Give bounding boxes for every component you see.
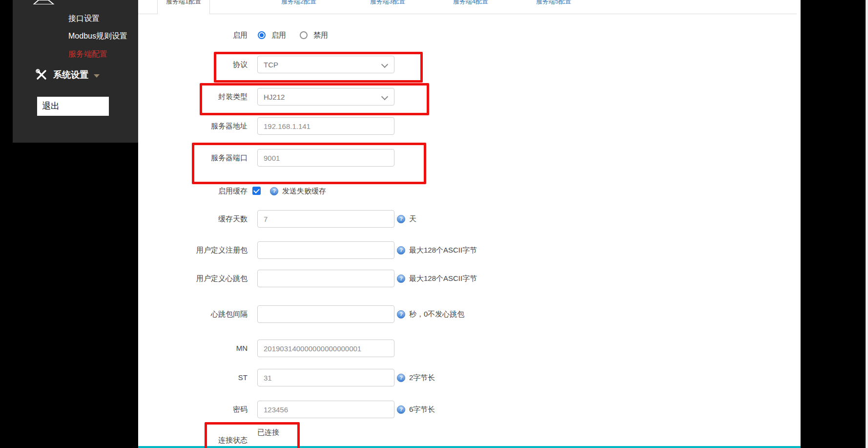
enable-cache-row: 启用缓存 ? 发送失败缓存 [138, 182, 792, 200]
sidebar-item-modbus-rules[interactable]: Modbus规则设置 [68, 31, 127, 42]
enable-radio-off[interactable] [300, 31, 308, 39]
field-label: 服务器端口 [138, 149, 248, 167]
radio-option-label: 禁用 [313, 31, 328, 40]
hint-text: 发送失败缓存 [282, 187, 326, 196]
help-icon[interactable]: ? [397, 405, 405, 414]
tab-server2[interactable]: 服务端2配置 [277, 0, 321, 6]
tab-label: 服务端1配置 [158, 0, 209, 6]
field-label: 密码 [138, 401, 248, 418]
tab-server5[interactable]: 服务端5配置 [532, 0, 576, 6]
st-input[interactable] [257, 369, 394, 386]
hint-text: 秒，0不发心跳包 [409, 310, 464, 319]
tools-icon [35, 68, 48, 81]
page: 接口设置 Modbus规则设置 服务端配置 系统设置 退出 服务端1配置 服务端… [0, 0, 868, 448]
sidebar-section-system-settings[interactable]: 系统设置 [35, 68, 100, 81]
server-address-row: 服务器地址 [138, 117, 792, 135]
encapsulation-row: 封装类型 HJ212 [138, 88, 792, 106]
mn-row: MN [138, 340, 792, 357]
mn-input[interactable] [257, 340, 394, 357]
password-row: 密码 ? 6字节长 [138, 401, 792, 418]
help-icon[interactable]: ? [397, 275, 405, 283]
field-hint: ? 最大128个ASCII字节 [397, 241, 477, 259]
radio-option-label: 启用 [271, 31, 286, 40]
sidebar-item-server-config[interactable]: 服务端配置 [68, 49, 107, 60]
field-label: 协议 [138, 56, 248, 73]
tab-server4[interactable]: 服务端4配置 [449, 0, 493, 6]
enable-row: 启用 启用 禁用 [138, 26, 792, 44]
st-row: ST ? 2字节长 [138, 369, 792, 386]
tab-server3[interactable]: 服务端3配置 [366, 0, 410, 6]
tab-server1[interactable]: 服务端1配置 [157, 0, 210, 14]
field-label: 缓存天数 [138, 210, 248, 228]
connection-status-row: 连接状态 已连接 [138, 424, 792, 446]
heartbeat-interval-row: 心跳包间隔 ? 秒，0不发心跳包 [138, 305, 792, 323]
help-icon[interactable]: ? [397, 246, 405, 255]
hint-text: 最大128个ASCII字节 [409, 274, 477, 283]
hint-text: 天 [409, 214, 416, 224]
field-label: 连接状态 [138, 436, 248, 445]
server-port-row: 服务器端口 [138, 149, 792, 167]
help-icon[interactable]: ? [397, 374, 405, 382]
register-packet-row: 用户定义注册包 ? 最大128个ASCII字节 [138, 241, 792, 259]
screen-right-edge [866, 0, 868, 448]
enable-radio-on[interactable] [258, 31, 266, 39]
register-packet-input[interactable] [257, 241, 394, 259]
select-value: HJ212 [264, 93, 285, 101]
bottom-teal-bar [138, 446, 801, 448]
sidebar-item-interface-settings[interactable]: 接口设置 [68, 14, 100, 24]
field-hint: ? 6字节长 [397, 401, 435, 418]
field-label: ST [138, 369, 248, 386]
tab-bar: 服务端1配置 服务端2配置 服务端3配置 服务端4配置 服务端5配置 [138, 0, 797, 14]
field-hint: ? 发送失败缓存 [270, 182, 326, 200]
field-label: 用户定义注册包 [138, 241, 248, 259]
hint-text: 最大128个ASCII字节 [409, 246, 477, 255]
heartbeat-packet-row: 用户定义心跳包 ? 最大128个ASCII字节 [138, 270, 792, 287]
field-hint: ? 2字节长 [397, 369, 435, 386]
help-icon[interactable]: ? [397, 310, 405, 319]
field-label: 封装类型 [138, 88, 248, 106]
hint-text: 6字节长 [409, 405, 435, 414]
connection-status-value: 已连接 [257, 428, 279, 437]
heartbeat-interval-input[interactable] [257, 305, 394, 323]
field-label: MN [138, 340, 248, 357]
field-hint: ? 秒，0不发心跳包 [397, 305, 464, 323]
field-hint: ? 最大128个ASCII字节 [397, 270, 477, 287]
logo-partial-icon [32, 0, 56, 4]
help-icon[interactable]: ? [270, 187, 278, 195]
sidebar: 接口设置 Modbus规则设置 服务端配置 系统设置 退出 [13, 0, 138, 143]
cache-checkbox[interactable] [252, 187, 261, 195]
password-input[interactable] [257, 401, 394, 418]
encapsulation-select[interactable]: HJ212 [257, 88, 394, 106]
protocol-row: 协议 TCP [138, 56, 792, 73]
hint-text: 2字节长 [409, 373, 435, 383]
field-label: 服务器地址 [138, 117, 248, 135]
sidebar-item-label: 系统设置 [53, 69, 88, 81]
select-value: TCP [264, 61, 278, 69]
cache-days-row: 缓存天数 ? 天 [138, 210, 792, 228]
cache-days-input[interactable] [257, 210, 394, 228]
field-label: 启用 [138, 26, 248, 44]
field-label: 用户定义心跳包 [138, 270, 248, 287]
protocol-select[interactable]: TCP [257, 56, 394, 73]
field-label: 心跳包间隔 [138, 305, 248, 323]
field-label: 启用缓存 [138, 182, 248, 200]
enable-radio-group: 启用 禁用 [258, 26, 342, 44]
server-port-input[interactable] [257, 149, 394, 167]
heartbeat-packet-input[interactable] [257, 270, 394, 287]
logout-button[interactable]: 退出 [37, 97, 109, 116]
chevron-down-icon [94, 74, 100, 78]
field-hint: ? 天 [397, 210, 416, 228]
server-address-input[interactable] [257, 117, 394, 135]
help-icon[interactable]: ? [397, 215, 405, 223]
chevron-down-icon [381, 61, 388, 68]
chevron-down-icon [381, 93, 388, 100]
main-content: 服务端1配置 服务端2配置 服务端3配置 服务端4配置 服务端5配置 启用 启用… [138, 0, 801, 446]
